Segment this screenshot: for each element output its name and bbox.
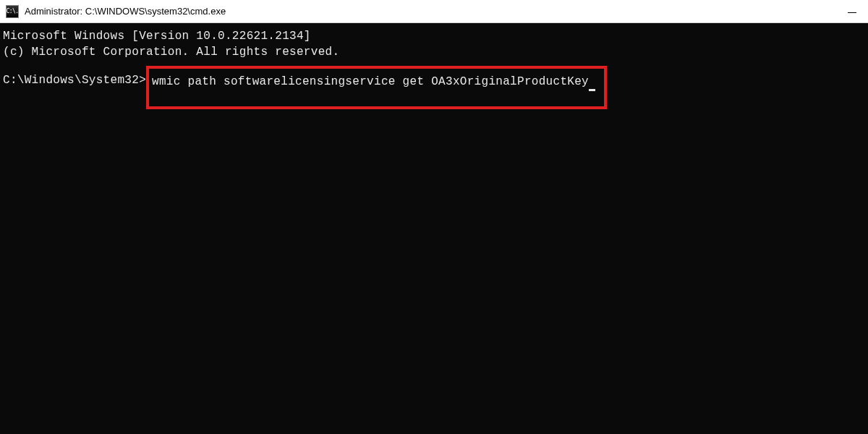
window-title: Administrator: C:\WINDOWS\system32\cmd.e… [25,6,848,17]
prompt-line: C:\Windows\System32>wmic path softwareli… [3,73,865,116]
banner-line-1: Microsoft Windows [Version 10.0.22621.21… [3,29,865,45]
minimize-icon [848,12,856,13]
typed-command: wmic path softwarelicensingservice get O… [152,75,589,88]
banner-line-2: (c) Microsoft Corporation. All rights re… [3,45,865,61]
minimize-button[interactable] [848,9,856,13]
cmd-icon: C:\. [6,5,19,18]
terminal-area[interactable]: Microsoft Windows [Version 10.0.22621.21… [0,23,868,434]
text-cursor [589,89,595,91]
prompt-path: C:\Windows\System32> [3,73,146,89]
cmd-icon-label: C:\. [6,9,18,14]
window-titlebar[interactable]: C:\. Administrator: C:\WINDOWS\system32\… [0,0,868,23]
window-controls [848,9,862,13]
command-highlight-box: wmic path softwarelicensingservice get O… [146,66,607,109]
